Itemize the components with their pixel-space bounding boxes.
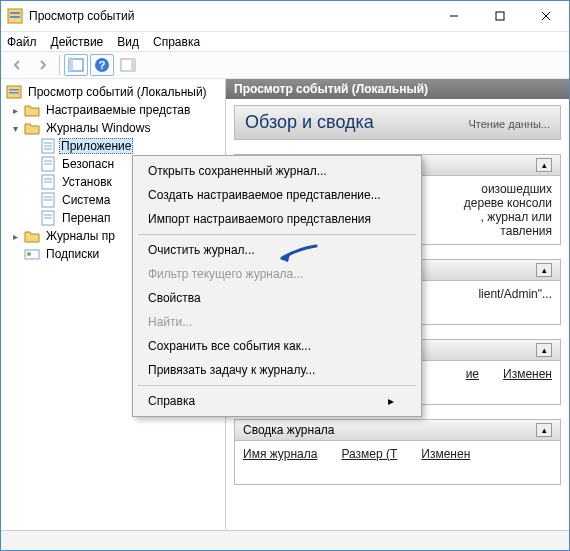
show-hide-tree-button[interactable] <box>64 54 88 76</box>
ctx-attach-task[interactable]: Привязать задачу к журналу... <box>136 358 418 382</box>
overview-sub-text: Чтение данны... <box>468 118 550 130</box>
log-icon <box>40 174 56 190</box>
svg-rect-15 <box>9 92 19 94</box>
tree-label: Перенап <box>59 210 113 226</box>
svg-rect-1 <box>10 12 20 14</box>
tree-label: Безопасн <box>59 156 117 172</box>
preview-pane-button[interactable] <box>116 54 140 76</box>
back-button[interactable] <box>5 54 29 76</box>
section-head[interactable]: Сводка журнала ▴ <box>234 419 561 441</box>
tree-label: Установк <box>59 174 115 190</box>
svg-rect-4 <box>496 12 504 20</box>
menubar: Файл Действие Вид Справка <box>1 31 569 51</box>
ctx-find: Найти... <box>136 310 418 334</box>
tree-label: Приложение <box>59 138 133 154</box>
tree-root[interactable]: Просмотр событий (Локальный) <box>3 83 223 101</box>
svg-rect-12 <box>131 59 135 71</box>
expand-icon[interactable]: ▸ <box>9 231 21 242</box>
tree-label: Подписки <box>43 246 102 262</box>
expand-icon[interactable]: ▸ <box>9 105 21 116</box>
svg-point-33 <box>27 252 31 256</box>
collapse-icon[interactable]: ▴ <box>536 343 552 357</box>
ctx-create-custom-view[interactable]: Создать настраиваемое представление... <box>136 183 418 207</box>
menu-action[interactable]: Действие <box>51 35 104 49</box>
log-summary-body: Имя журнала Размер (Т Изменен <box>234 441 561 485</box>
folder-icon <box>24 102 40 118</box>
tree-custom-views[interactable]: ▸ Настраиваемые представ <box>3 101 223 119</box>
overview-title-text: Обзор и сводка <box>245 112 374 133</box>
col-log-size[interactable]: Размер (Т <box>341 447 397 461</box>
tree-application[interactable]: Приложение <box>3 137 223 155</box>
tree-windows-logs[interactable]: ▾ Журналы Windows <box>3 119 223 137</box>
toolbar-separator <box>59 55 60 75</box>
col-changed[interactable]: Изменен <box>503 367 552 381</box>
statusbar <box>1 530 569 550</box>
window-controls <box>431 1 569 31</box>
tree-label: Настраиваемые представ <box>43 102 193 118</box>
col-log-changed[interactable]: Изменен <box>421 447 470 461</box>
maximize-button[interactable] <box>477 1 523 31</box>
log-icon <box>40 210 56 226</box>
log-icon <box>40 156 56 172</box>
tree-label: Журналы пр <box>43 228 118 244</box>
ctx-save-all-events[interactable]: Сохранить все события как... <box>136 334 418 358</box>
ctx-filter-current-log: Фильтр текущего журнала... <box>136 262 418 286</box>
menu-help[interactable]: Справка <box>153 35 200 49</box>
ctx-clear-log[interactable]: Очистить журнал... <box>136 238 418 262</box>
ctx-import-custom-view[interactable]: Импорт настраиваемого представления <box>136 207 418 231</box>
context-menu: Открыть сохраненный журнал... Создать на… <box>132 155 422 417</box>
folder-icon <box>24 228 40 244</box>
minimize-button[interactable] <box>431 1 477 31</box>
titlebar: Просмотр событий <box>1 1 569 31</box>
window-title: Просмотр событий <box>29 9 431 23</box>
details-header: Просмотр событий (Локальный) <box>226 79 569 99</box>
svg-text:?: ? <box>99 59 106 71</box>
forward-button[interactable] <box>31 54 55 76</box>
svg-rect-2 <box>10 16 20 18</box>
col-name[interactable]: ие <box>466 367 479 381</box>
submenu-arrow-icon: ▸ <box>388 394 394 408</box>
section-title: Сводка журнала <box>243 423 335 437</box>
folder-icon <box>24 120 40 136</box>
help-button[interactable]: ? <box>90 54 114 76</box>
svg-rect-8 <box>69 59 73 71</box>
ctx-open-saved-log[interactable]: Открыть сохраненный журнал... <box>136 159 418 183</box>
log-icon <box>40 138 56 154</box>
menu-file[interactable]: Файл <box>7 35 37 49</box>
tree-label: Система <box>59 192 113 208</box>
collapse-icon[interactable]: ▾ <box>9 123 21 134</box>
close-button[interactable] <box>523 1 569 31</box>
event-viewer-icon <box>6 84 22 100</box>
tree-root-label: Просмотр событий (Локальный) <box>25 84 210 100</box>
ctx-properties[interactable]: Свойства <box>136 286 418 310</box>
log-icon <box>40 192 56 208</box>
collapse-icon[interactable]: ▴ <box>536 158 552 172</box>
col-log-name[interactable]: Имя журнала <box>243 447 317 461</box>
app-icon <box>7 8 23 24</box>
svg-rect-14 <box>9 89 19 91</box>
overview-title: Обзор и сводка Чтение данны... <box>234 105 561 140</box>
collapse-icon[interactable]: ▴ <box>536 423 552 437</box>
tree-label: Журналы Windows <box>43 120 153 136</box>
collapse-icon[interactable]: ▴ <box>536 263 552 277</box>
toolbar: ? <box>1 51 569 79</box>
log-summary-section: Сводка журнала ▴ Имя журнала Размер (Т И… <box>234 419 561 485</box>
subscription-icon <box>24 246 40 262</box>
ctx-help[interactable]: Справка▸ <box>136 389 418 413</box>
menu-view[interactable]: Вид <box>117 35 139 49</box>
